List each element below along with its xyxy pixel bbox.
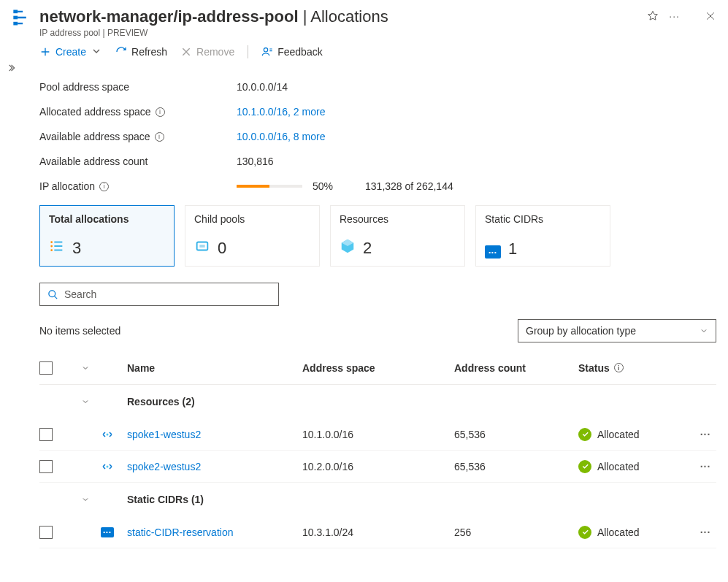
row-address-count: 256 xyxy=(454,527,578,538)
ip-allocation-percent: 50% xyxy=(313,180,333,192)
expand-all-toggle[interactable] xyxy=(70,364,101,372)
table-row[interactable]: spoke2-westus210.2.0.0/1665,536Allocated… xyxy=(39,451,716,483)
expand-sidebar-icon[interactable] xyxy=(6,63,16,75)
resource-name-link[interactable]: spoke2-westus2 xyxy=(127,461,201,472)
svg-rect-0 xyxy=(13,10,18,14)
table-row[interactable]: •••static-CIDR-reservation10.3.1.0/24256… xyxy=(39,516,716,548)
list-icon xyxy=(49,238,65,259)
svg-rect-1 xyxy=(13,16,18,20)
card-child-pools[interactable]: Child pools 0 xyxy=(185,205,320,267)
cidr-icon: ••• xyxy=(485,240,501,259)
status-badge: Allocated xyxy=(578,460,640,473)
svg-point-6 xyxy=(50,245,53,248)
info-icon[interactable]: i xyxy=(99,182,109,191)
chevron-down-icon xyxy=(700,326,708,335)
info-icon[interactable]: i xyxy=(156,107,165,117)
search-icon xyxy=(47,289,58,300)
svg-point-14 xyxy=(107,465,109,467)
svg-rect-7 xyxy=(54,245,62,247)
search-input-container[interactable] xyxy=(39,283,279,306)
refresh-button[interactable]: Refresh xyxy=(115,46,167,58)
page-title: network-manager/ip-address-pool | Alloca… xyxy=(39,7,647,26)
group-toggle[interactable] xyxy=(70,397,101,406)
ip-allocation-label: IP allocation xyxy=(39,180,95,192)
row-more-menu[interactable]: ··· xyxy=(700,429,711,440)
info-icon[interactable]: i xyxy=(155,132,164,142)
table-row[interactable]: spoke1-westus210.1.0.0/1665,536Allocated… xyxy=(39,418,716,451)
allocated-address-space-link[interactable]: 10.1.0.0/16, 2 more xyxy=(237,106,325,118)
row-checkbox[interactable] xyxy=(39,526,53,539)
pool-resource-icon xyxy=(12,7,32,28)
column-address-space[interactable]: Address space xyxy=(302,362,454,374)
status-badge: Allocated xyxy=(578,428,640,441)
allocated-address-space-label: Allocated address space xyxy=(39,106,151,118)
resource-name-link[interactable]: spoke1-westus2 xyxy=(127,429,201,440)
group-label: Static CIDRs (1) xyxy=(127,494,716,505)
column-address-count[interactable]: Address count xyxy=(454,362,578,374)
group-toggle[interactable] xyxy=(70,495,101,504)
svg-point-13 xyxy=(107,433,109,435)
info-icon[interactable]: i xyxy=(614,363,624,372)
group-by-dropdown[interactable]: Group by allocation type xyxy=(518,319,716,342)
search-input[interactable] xyxy=(64,288,271,300)
available-address-space-link[interactable]: 10.0.0.0/16, 8 more xyxy=(237,131,325,142)
ip-allocation-detail: 131,328 of 262,144 xyxy=(365,180,453,192)
svg-rect-11 xyxy=(199,245,204,248)
card-static-cidrs[interactable]: Static CIDRs ••• 1 xyxy=(475,205,610,267)
column-name[interactable]: Name xyxy=(127,362,302,374)
more-menu-icon[interactable]: ··· xyxy=(669,10,680,22)
close-icon[interactable] xyxy=(705,10,716,22)
available-address-count-label: Available address count xyxy=(39,156,237,167)
svg-rect-2 xyxy=(13,22,18,26)
svg-point-3 xyxy=(264,48,268,52)
row-checkbox[interactable] xyxy=(39,428,53,441)
remove-button: Remove xyxy=(180,46,234,58)
select-all-checkbox[interactable] xyxy=(39,361,53,375)
status-badge: Allocated xyxy=(578,526,640,539)
favorite-star-icon[interactable] xyxy=(647,10,659,22)
svg-rect-9 xyxy=(54,250,62,251)
column-status[interactable]: Status xyxy=(578,362,610,374)
page-subtitle: IP address pool | PREVIEW xyxy=(39,28,647,38)
create-button[interactable]: Create xyxy=(39,45,102,58)
selection-text: No items selected xyxy=(39,325,120,337)
svg-point-4 xyxy=(50,241,53,243)
row-address-space: 10.2.0.0/16 xyxy=(302,461,454,472)
group-label: Resources (2) xyxy=(127,396,716,407)
svg-rect-5 xyxy=(54,242,62,243)
ip-allocation-progress xyxy=(237,185,302,188)
vnet-icon xyxy=(101,460,127,473)
cube-icon xyxy=(340,238,356,259)
resource-name-link[interactable]: static-CIDR-reservation xyxy=(127,527,233,538)
pool-icon xyxy=(194,238,210,259)
chevron-down-icon xyxy=(91,45,102,58)
svg-point-8 xyxy=(50,249,53,251)
row-address-count: 65,536 xyxy=(454,429,578,440)
row-address-space: 10.1.0.0/16 xyxy=(302,429,454,440)
available-address-space-label: Available address space xyxy=(39,131,150,142)
row-more-menu[interactable]: ··· xyxy=(700,461,711,472)
row-address-space: 10.3.1.0/24 xyxy=(302,527,454,538)
card-total-allocations[interactable]: Total allocations 3 xyxy=(39,205,175,267)
pool-address-space-value: 10.0.0.0/14 xyxy=(237,81,288,93)
row-more-menu[interactable]: ··· xyxy=(700,527,711,538)
cidr-icon: ••• xyxy=(101,527,127,537)
svg-point-12 xyxy=(49,290,55,296)
card-resources[interactable]: Resources 2 xyxy=(330,205,465,267)
pool-address-space-label: Pool address space xyxy=(39,81,237,93)
feedback-button[interactable]: Feedback xyxy=(261,46,322,58)
row-address-count: 65,536 xyxy=(454,461,578,472)
vnet-icon xyxy=(101,428,127,441)
row-checkbox[interactable] xyxy=(39,460,53,473)
available-address-count-value: 130,816 xyxy=(237,156,274,167)
